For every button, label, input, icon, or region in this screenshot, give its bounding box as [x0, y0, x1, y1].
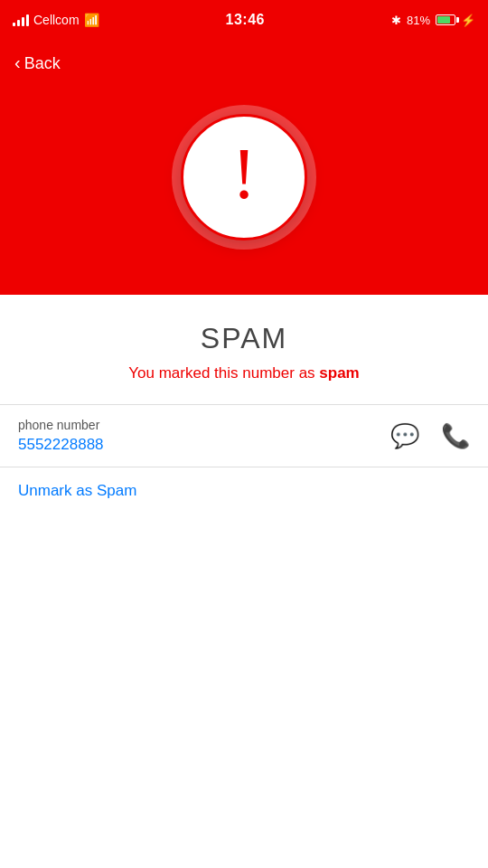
hero-section: ! — [0, 87, 488, 295]
subtitle-bold: spam — [319, 364, 359, 382]
status-left: Cellcom 📶 — [13, 13, 99, 27]
carrier-name: Cellcom — [33, 13, 80, 27]
status-right: ✱ 81% ⚡ — [391, 14, 475, 27]
charging-icon: ⚡ — [461, 14, 475, 27]
warning-circle-inner: ! — [181, 114, 307, 241]
bluetooth-icon: ✱ — [391, 14, 401, 27]
back-button[interactable]: ‹ Back — [14, 54, 61, 73]
unmark-section: Unmark as Spam — [0, 467, 488, 514]
signal-bar-2 — [17, 20, 20, 26]
content-section: SPAM You marked this number as spam phon… — [0, 295, 488, 514]
battery-icon — [436, 14, 455, 25]
phone-number[interactable]: 5552228888 — [18, 436, 104, 454]
nav-bar: ‹ Back — [0, 40, 488, 87]
back-label: Back — [24, 54, 61, 73]
wifi-icon: 📶 — [84, 13, 99, 27]
battery-percent: 81% — [407, 14, 430, 27]
unmark-button[interactable]: Unmark as Spam — [18, 482, 136, 499]
phone-label: phone number — [18, 418, 104, 432]
message-icon[interactable]: 💬 — [390, 424, 419, 448]
call-icon[interactable]: 📞 — [441, 424, 470, 448]
exclamation-icon: ! — [232, 137, 257, 210]
signal-bars — [13, 14, 29, 26]
back-chevron-icon: ‹ — [14, 52, 21, 73]
spam-title: SPAM — [201, 322, 287, 355]
spam-subtitle: You marked this number as spam — [128, 364, 359, 382]
phone-actions: 💬 📞 — [390, 424, 470, 448]
phone-row: phone number 5552228888 💬 📞 — [0, 405, 488, 467]
status-time: 13:46 — [226, 12, 265, 28]
signal-bar-3 — [22, 17, 24, 26]
signal-bar-1 — [13, 23, 15, 26]
status-bar: Cellcom 📶 13:46 ✱ 81% ⚡ — [0, 0, 488, 40]
phone-info: phone number 5552228888 — [18, 418, 104, 454]
signal-bar-4 — [26, 14, 29, 26]
subtitle-prefix: You marked this number as — [128, 364, 319, 382]
warning-circle-outer: ! — [172, 105, 316, 250]
